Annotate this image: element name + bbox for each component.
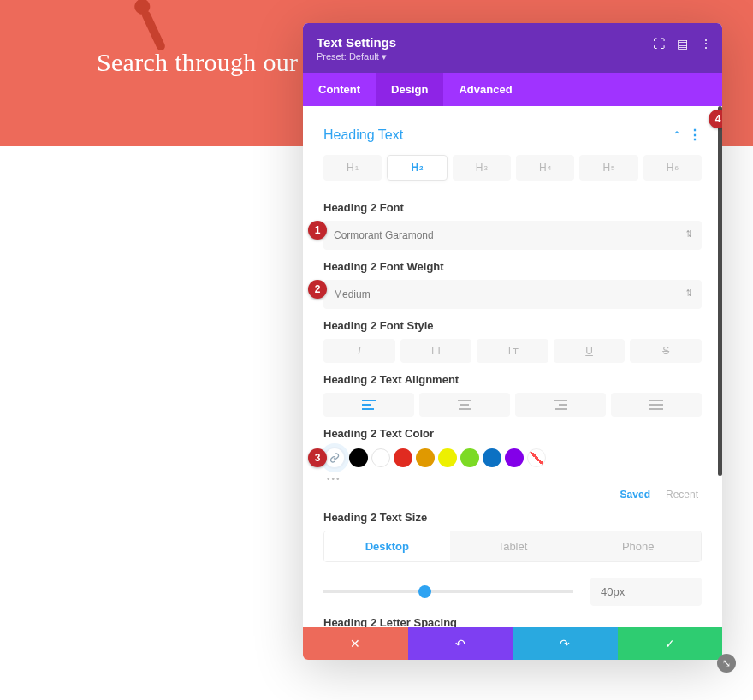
swatch-none[interactable] [527, 448, 546, 467]
marker-1: 1 [308, 221, 327, 240]
weight-label: Heading 2 Font Weight [323, 260, 702, 273]
tab-advanced[interactable]: Advanced [443, 73, 527, 106]
save-button[interactable]: ✓ [618, 627, 723, 660]
align-left[interactable] [323, 393, 414, 417]
layout-icon[interactable]: ▤ [677, 37, 688, 50]
resize-handle[interactable]: ⤡ [717, 654, 736, 673]
text-align-buttons [323, 393, 702, 417]
swatch-green[interactable] [460, 448, 479, 467]
text-settings-modal: Text Settings Preset: Default ▾ ⛶ ▤ ⋮ Co… [303, 23, 722, 660]
font-style-buttons: I TT Tᴛ U S [323, 339, 702, 363]
modal-footer: ✕ ↶ ↷ ✓ [303, 627, 722, 660]
section-heading-text[interactable]: Heading Text ⌃ ⋮ [318, 127, 707, 143]
color-tabs: Saved Recent [318, 489, 698, 501]
redo-button[interactable]: ↷ [513, 627, 618, 660]
cancel-button[interactable]: ✕ [303, 627, 408, 660]
section-menu-icon[interactable]: ⋮ [688, 127, 702, 143]
modal-header-actions: ⛶ ▤ ⋮ [653, 37, 712, 50]
weight-select[interactable]: Medium [323, 280, 702, 309]
hero-headline: Search through our re [97, 48, 325, 77]
scrollbar[interactable] [718, 106, 722, 476]
font-select[interactable]: Cormorant Garamond [323, 221, 702, 250]
modal-preset[interactable]: Preset: Default ▾ [317, 51, 396, 62]
marker-2: 2 [308, 280, 327, 299]
device-desktop[interactable]: Desktop [324, 531, 450, 561]
heading-level-selector: H1 H2 H3 H4 H5 H6 [318, 155, 707, 191]
responsive-tabs: Desktop Tablet Phone [323, 531, 702, 562]
swatch-orange[interactable] [416, 448, 435, 467]
chevron-down-icon: ▾ [382, 51, 387, 62]
swatch-yellow[interactable] [438, 448, 457, 467]
kebab-icon[interactable]: ⋮ [700, 37, 712, 50]
style-underline[interactable]: U [554, 339, 626, 363]
swatch-blue[interactable] [483, 448, 501, 467]
heading-level-h1[interactable]: H1 [323, 155, 382, 181]
modal-title: Text Settings [317, 35, 396, 50]
spacing-label: Heading 2 Letter Spacing [323, 616, 702, 627]
swatch-red[interactable] [394, 448, 412, 467]
text-size-value[interactable]: 40px [590, 578, 702, 606]
heading-level-h6[interactable]: H6 [643, 155, 702, 181]
undo-button[interactable]: ↶ [408, 627, 513, 660]
tab-content[interactable]: Content [303, 73, 376, 106]
device-phone[interactable]: Phone [575, 531, 701, 561]
size-label: Heading 2 Text Size [323, 511, 702, 524]
color-tab-recent[interactable]: Recent [666, 489, 698, 501]
swatch-black[interactable] [349, 448, 368, 467]
heading-level-h5[interactable]: H5 [579, 155, 637, 181]
tab-design[interactable]: Design [376, 73, 443, 106]
style-smallcaps[interactable]: Tᴛ [477, 339, 548, 363]
text-size-slider[interactable] [323, 590, 573, 593]
text-size-thumb[interactable] [418, 585, 431, 598]
align-right[interactable] [515, 393, 606, 417]
color-tab-saved[interactable]: Saved [620, 489, 650, 501]
marker-3: 3 [308, 448, 327, 467]
font-label: Heading 2 Font [323, 201, 702, 214]
device-tablet[interactable]: Tablet [450, 531, 576, 561]
marker-4: 4 [709, 110, 722, 128]
main-tabs: Content Design Advanced [303, 73, 722, 106]
swatch-white[interactable] [371, 448, 390, 467]
modal-header: Text Settings Preset: Default ▾ ⛶ ▤ ⋮ [303, 23, 722, 73]
align-justify[interactable] [611, 393, 702, 417]
style-strikethrough[interactable]: S [630, 339, 702, 363]
heading-level-h3[interactable]: H3 [453, 155, 511, 181]
settings-panel[interactable]: Heading Text ⌃ ⋮ H1 H2 H3 H4 H5 H6 Headi… [303, 106, 722, 627]
style-label: Heading 2 Font Style [323, 319, 702, 332]
color-swatches [323, 447, 702, 469]
collapse-icon[interactable]: ⌃ [673, 129, 681, 141]
heading-level-h4[interactable]: H4 [516, 155, 574, 181]
style-italic[interactable]: I [323, 339, 395, 363]
color-label: Heading 2 Text Color [323, 427, 702, 440]
heading-level-h2[interactable]: H2 [387, 155, 447, 181]
more-colors-button[interactable]: ••• [327, 474, 702, 483]
text-size-row: 40px 4 [323, 578, 702, 606]
align-label: Heading 2 Text Alignment [323, 373, 702, 386]
expand-icon[interactable]: ⛶ [653, 37, 665, 50]
align-center[interactable] [419, 393, 510, 417]
style-uppercase[interactable]: TT [400, 339, 472, 363]
swatch-purple[interactable] [505, 448, 524, 467]
